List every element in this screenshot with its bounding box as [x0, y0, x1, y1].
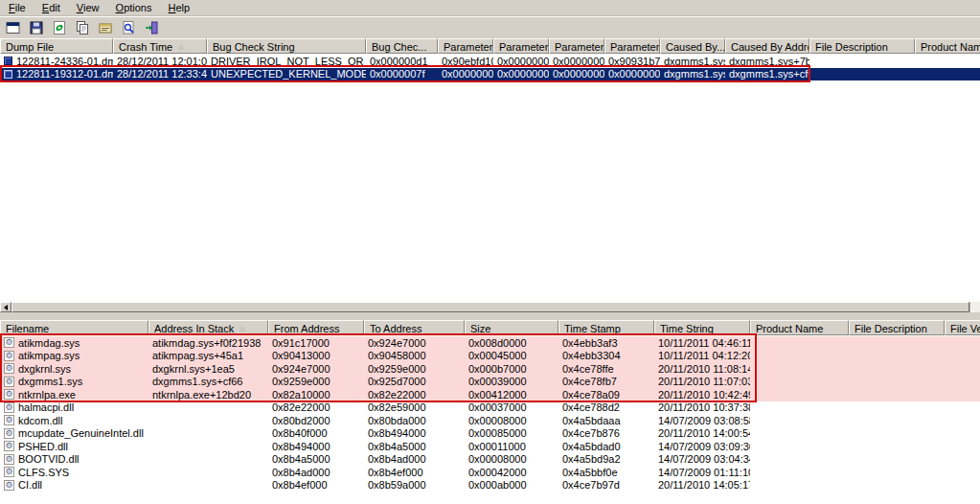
column-header-caused-by-address[interactable]: Caused By Address: [725, 38, 809, 54]
table-row[interactable]: ⚙BOOTVID.dll0x8b4a50000x8b4ad0000x000080…: [0, 453, 980, 467]
advanced-options-button[interactable]: [3, 18, 24, 37]
refresh-icon: [52, 20, 67, 35]
column-header-crash-time[interactable]: Crash Time: [113, 38, 207, 54]
cell: ⚙atikmdag.sys: [0, 336, 148, 350]
column-header-caused-by[interactable]: Caused By...: [660, 38, 725, 54]
column-header-parameter-4[interactable]: Parameter 4: [604, 38, 660, 54]
column-header-product-name[interactable]: Product Name: [750, 320, 849, 335]
cell: [849, 376, 945, 389]
table-row[interactable]: ⚙dxgkrnl.sysdxgkrnl.sys+1ea50x924e70000x…: [0, 362, 980, 376]
cell: 0x90458000: [364, 350, 465, 363]
copy-button[interactable]: [72, 18, 93, 37]
column-header-time-string[interactable]: Time String: [654, 320, 750, 335]
cell: 0x4ce788d2: [558, 401, 654, 415]
column-header-time-stamp[interactable]: Time Stamp: [558, 320, 654, 335]
cell: [945, 376, 980, 389]
menu-view[interactable]: View: [70, 0, 106, 14]
menu-help[interactable]: Help: [162, 0, 197, 14]
horizontal-scrollbar[interactable]: [0, 302, 980, 312]
refresh-button[interactable]: [49, 18, 70, 37]
cell-text: 0x8b59a000: [368, 479, 426, 491]
cell: [750, 350, 849, 363]
table-row[interactable]: 122811-19312-01.dmp28/12/2011 12:33:40UN…: [0, 68, 980, 81]
cell: [945, 466, 980, 479]
cell: [809, 55, 915, 68]
column-header-to-address[interactable]: To Address: [364, 320, 465, 335]
table-row[interactable]: ⚙mcupdate_GenuineIntel.dll0x8b40f0000x8b…: [0, 427, 980, 441]
table-row[interactable]: ⚙atikmdag.sysatikmdag.sys+f0f219380x91c1…: [0, 336, 980, 350]
menu-options[interactable]: Options: [109, 0, 159, 14]
properties-button[interactable]: [95, 18, 116, 37]
table-row[interactable]: ⚙kdcom.dll0x80bd20000x80bda0000x00008000…: [0, 414, 980, 427]
scrollbar-thumb[interactable]: [11, 302, 969, 312]
table-row[interactable]: ⚙CI.dll0x8b4ef0000x8b59a0000x000ab0000x4…: [0, 479, 980, 493]
column-header-parameter-3[interactable]: Parameter 3: [549, 38, 604, 54]
cell-text: 0x000000d1: [370, 56, 428, 67]
cell: 0x00037000: [465, 401, 558, 415]
cell: 122811-24336-01.dmp: [0, 55, 113, 68]
cell: dxgmms1.sys+cf66: [725, 68, 809, 81]
cell: 0x00412000: [465, 388, 558, 401]
cell-text: 28/12/2011 12:33:40: [117, 68, 207, 80]
cell: 0x00011000: [465, 440, 558, 453]
exit-button[interactable]: [141, 18, 162, 37]
toolbar: [0, 17, 980, 38]
menu-file[interactable]: File: [2, 0, 33, 14]
column-header-parameter-1[interactable]: Parameter 1: [438, 38, 493, 54]
cell: 0x924e7000: [268, 362, 364, 376]
cell-text: 0x4ebb3304: [562, 350, 621, 361]
column-header-filename[interactable]: Filename: [0, 320, 148, 335]
cell: [849, 479, 945, 493]
scroll-left-button[interactable]: [0, 302, 11, 312]
find-button[interactable]: [118, 18, 139, 37]
cell-text: 0x00045000: [468, 350, 527, 361]
cell: 10/11/2011 04:46:11: [654, 336, 750, 350]
cell: [945, 350, 980, 363]
cell-text: 0x00039000: [468, 376, 527, 387]
cell-text: 0x9259e000: [272, 376, 330, 387]
column-header-product-name[interactable]: Product Name: [915, 38, 980, 54]
table-row[interactable]: ⚙atikmpag.sysatikmpag.sys+45a10x90413000…: [0, 350, 980, 363]
pane-splitter[interactable]: [0, 312, 980, 320]
column-header-file-version[interactable]: File Version: [945, 320, 980, 335]
table-row[interactable]: ⚙CLFS.SYS0x8b4ad0000x8b4ef0000x000420000…: [0, 466, 980, 479]
column-header-from-address[interactable]: From Address: [268, 320, 364, 335]
column-header-parameter-2[interactable]: Parameter 2: [493, 38, 549, 54]
cell-text: 0x8b4ad000: [272, 467, 330, 478]
table-row[interactable]: ⚙ntkrnlpa.exentkrnlpa.exe+12bd200x82a100…: [0, 388, 980, 401]
cell: 28/12/2011 12:33:40: [113, 68, 207, 81]
cell: 0x8b4ad000: [268, 466, 364, 479]
column-header-file-description[interactable]: File Description: [849, 320, 945, 335]
table-row[interactable]: 122811-24336-01.dmp28/12/2011 12:01:06DR…: [0, 55, 980, 68]
scrollbar-track[interactable]: [969, 302, 980, 312]
table-row[interactable]: ⚙dxgmms1.sysdxgmms1.sys+cf660x9259e0000x…: [0, 376, 980, 389]
cell: 0x000000d1: [366, 55, 438, 68]
column-header-label: From Address: [274, 323, 339, 334]
cell: [750, 414, 849, 427]
cell-text: dxgmms1.sys: [18, 376, 82, 387]
cell: 0x4a5bd9a2: [558, 453, 654, 467]
cell: dxgmms1.sys+7b79: [725, 55, 809, 68]
cell-text: CI.dll: [18, 479, 42, 491]
menu-edit[interactable]: Edit: [35, 0, 67, 14]
table-row[interactable]: ⚙PSHED.dll0x8b4940000x8b4a50000x00011000…: [0, 440, 980, 453]
cell: [849, 427, 945, 441]
cell-text: 0x925d7000: [368, 376, 426, 387]
column-header-bug-check-string[interactable]: Bug Check String: [207, 38, 366, 54]
cell: 0x000ab000: [465, 479, 558, 493]
cell-text: 0x9259e000: [368, 363, 426, 375]
column-header-file-description[interactable]: File Description: [809, 38, 915, 54]
cell: 0x000b7000: [465, 362, 558, 376]
driver-file-icon: ⚙: [4, 441, 14, 451]
column-header-size[interactable]: Size: [465, 320, 558, 335]
column-header-bug-chec[interactable]: Bug Chec...: [366, 38, 438, 54]
column-header-dump-file[interactable]: Dump File: [0, 38, 113, 54]
cell: [849, 440, 945, 453]
menu-bar: File Edit View Options Help: [0, 0, 980, 16]
column-header-address-in-stack[interactable]: Address In Stack: [148, 320, 268, 335]
save-button[interactable]: [26, 18, 47, 37]
cell: 20/11/2010 10:37:38: [654, 401, 750, 415]
cell: dxgmms1.sys: [660, 55, 725, 68]
table-row[interactable]: ⚙halmacpi.dll0x82e220000x82e590000x00037…: [0, 401, 980, 415]
cell-text: dxgmms1.sys+7b79: [729, 56, 809, 67]
